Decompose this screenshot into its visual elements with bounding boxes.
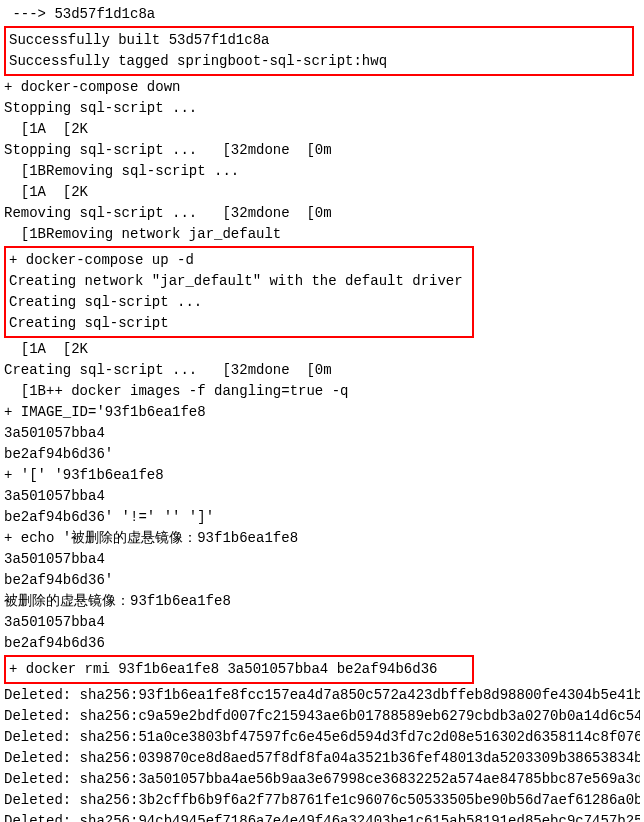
log-line: Successfully built 53d57f1d1c8a (9, 30, 629, 51)
log-line: Creating sql-script (9, 313, 469, 334)
log-line: 3a501057bba4 (4, 549, 640, 570)
log-line: Deleted: sha256:3a501057bba4ae56b9aa3e67… (4, 769, 640, 790)
log-line: [1A [2K (4, 339, 640, 360)
log-line: Successfully tagged springboot-sql-scrip… (9, 51, 629, 72)
log-line: Deleted: sha256:51a0ce3803bf47597fc6e45e… (4, 727, 640, 748)
log-line: Creating sql-script ... (9, 292, 469, 313)
log-line: be2af94b6d36 (4, 633, 640, 654)
highlight-box-build: Successfully built 53d57f1d1c8aSuccessfu… (4, 26, 634, 76)
log-line: [1A [2K (4, 182, 640, 203)
log-line: Stopping sql-script ... (4, 98, 640, 119)
log-line: + docker-compose down (4, 77, 640, 98)
log-line: + '[' '93f1b6ea1fe8 (4, 465, 640, 486)
log-line: Creating sql-script ... [32mdone [0m (4, 360, 640, 381)
log-line: Deleted: sha256:93f1b6ea1fe8fcc157ea4d7a… (4, 685, 640, 706)
log-line: Removing sql-script ... [32mdone [0m (4, 203, 640, 224)
log-line: 3a501057bba4 (4, 612, 640, 633)
log-line: 3a501057bba4 (4, 423, 640, 444)
log-line: + echo '被删除的虚悬镜像：93f1b6ea1fe8 (4, 528, 640, 549)
log-line: [1BRemoving network jar_default (4, 224, 640, 245)
log-line: 被删除的虚悬镜像：93f1b6ea1fe8 (4, 591, 640, 612)
log-line: Deleted: sha256:c9a59e2bdfd007fc215943ae… (4, 706, 640, 727)
log-line: + docker rmi 93f1b6ea1fe8 3a501057bba4 b… (9, 659, 469, 680)
log-line: [1B++ docker images -f dangling=true -q (4, 381, 640, 402)
log-line: Stopping sql-script ... [32mdone [0m (4, 140, 640, 161)
log-line: Creating network "jar_default" with the … (9, 271, 469, 292)
log-line: Deleted: sha256:94cb4945ef7186a7e4e49f46… (4, 811, 640, 822)
log-line: be2af94b6d36' (4, 570, 640, 591)
log-line: ---> 53d57f1d1c8a (4, 4, 640, 25)
log-line: [1BRemoving sql-script ... (4, 161, 640, 182)
highlight-box-docker-rmi: + docker rmi 93f1b6ea1fe8 3a501057bba4 b… (4, 655, 474, 684)
log-line: be2af94b6d36' (4, 444, 640, 465)
log-line: Deleted: sha256:039870ce8d8aed57f8df8fa0… (4, 748, 640, 769)
log-line: [1A [2K (4, 119, 640, 140)
log-line: Deleted: sha256:3b2cffb6b9f6a2f77b8761fe… (4, 790, 640, 811)
log-line: + IMAGE_ID='93f1b6ea1fe8 (4, 402, 640, 423)
log-line: + docker-compose up -d (9, 250, 469, 271)
log-line: 3a501057bba4 (4, 486, 640, 507)
highlight-box-compose-up: + docker-compose up -dCreating network "… (4, 246, 474, 338)
log-line: be2af94b6d36' '!=' '' ']' (4, 507, 640, 528)
